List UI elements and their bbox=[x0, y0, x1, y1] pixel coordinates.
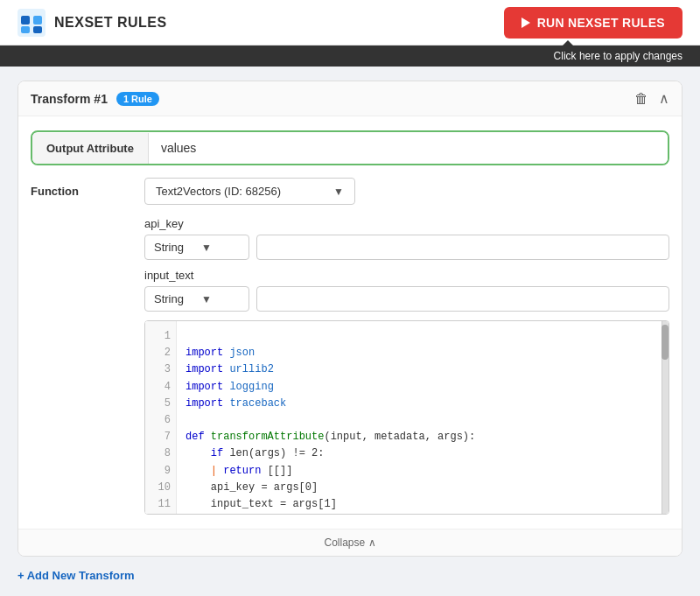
add-new-transform-button[interactable]: + Add New Transform bbox=[18, 569, 682, 582]
svg-rect-1 bbox=[21, 16, 30, 25]
param-input-text-section: input_text String ▼ bbox=[144, 269, 669, 312]
param-api-key-name: api_key bbox=[144, 217, 669, 230]
code-lines: import json import urllib2 import loggin… bbox=[177, 321, 668, 514]
code-scrollbar-thumb[interactable] bbox=[662, 325, 668, 360]
input-text-type-arrow: ▼ bbox=[201, 293, 212, 305]
app-header: NEXSET RULES RUN NEXSET RULES bbox=[0, 0, 700, 46]
line-numbers: 1 2 3 4 5 6 7 8 9 10 11 12 13 14 bbox=[145, 321, 177, 514]
param-input-text-row: String ▼ bbox=[144, 286, 669, 312]
function-dropdown[interactable]: Text2Vectors (ID: 68256) ▼ bbox=[144, 178, 355, 205]
function-label: Function bbox=[31, 185, 134, 198]
code-content: 1 2 3 4 5 6 7 8 9 10 11 12 13 14 bbox=[145, 321, 668, 514]
app-title: NEXSET RULES bbox=[54, 15, 167, 31]
code-line-8: if len(args) != 2: bbox=[186, 445, 660, 462]
code-line-12: input_text = input_text.strip() bbox=[186, 513, 660, 514]
input-text-type-dropdown[interactable]: String ▼ bbox=[144, 286, 249, 312]
svg-rect-2 bbox=[33, 16, 42, 25]
input-text-type-text: String bbox=[154, 292, 184, 305]
collapse-bar[interactable]: Collapse ∧ bbox=[18, 529, 682, 556]
rule-badge: 1 Rule bbox=[116, 92, 159, 106]
transform-body: Output Attribute Function Text2Vectors (… bbox=[18, 116, 682, 529]
input-text-input[interactable] bbox=[256, 286, 669, 312]
add-transform-label: + Add New Transform bbox=[18, 569, 135, 582]
header-left: NEXSET RULES bbox=[18, 9, 167, 37]
function-row: Function Text2Vectors (ID: 68256) ▼ bbox=[31, 178, 669, 205]
param-api-key-row: String ▼ bbox=[144, 235, 669, 260]
code-line-5: import traceback bbox=[186, 396, 660, 412]
transform-header: Transform #1 1 Rule 🗑 ∧ bbox=[18, 81, 682, 116]
output-attribute-label: Output Attribute bbox=[32, 133, 149, 164]
api-key-type-dropdown[interactable]: String ▼ bbox=[144, 235, 249, 260]
transform-card: Transform #1 1 Rule 🗑 ∧ Output Attribute… bbox=[18, 81, 682, 557]
main-content: Transform #1 1 Rule 🗑 ∧ Output Attribute… bbox=[0, 67, 700, 596]
svg-rect-4 bbox=[33, 26, 42, 33]
code-line-2: import json bbox=[186, 345, 660, 361]
tooltip-text: Click here to apply changes bbox=[554, 50, 682, 62]
collapse-label: Collapse ∧ bbox=[324, 536, 375, 549]
collapse-transform-icon[interactable]: ∧ bbox=[659, 90, 669, 107]
code-editor: 1 2 3 4 5 6 7 8 9 10 11 12 13 14 bbox=[144, 320, 669, 515]
code-scrollbar[interactable] bbox=[662, 321, 668, 514]
tooltip-bar: Click here to apply changes bbox=[0, 46, 700, 67]
svg-rect-3 bbox=[21, 26, 30, 33]
param-api-key-section: api_key String ▼ bbox=[144, 217, 669, 260]
run-button-label: RUN NEXSET RULES bbox=[537, 16, 665, 30]
code-line-6 bbox=[186, 412, 660, 429]
transform-header-left: Transform #1 1 Rule bbox=[31, 92, 159, 106]
transform-header-right: 🗑 ∧ bbox=[634, 90, 669, 107]
code-line-3: import urllib2 bbox=[186, 361, 660, 378]
output-attribute-input[interactable] bbox=[149, 132, 668, 164]
play-icon bbox=[522, 18, 530, 28]
code-line-9: | return [[]] bbox=[186, 463, 660, 480]
delete-transform-icon[interactable]: 🗑 bbox=[634, 91, 648, 107]
output-attribute-row: Output Attribute bbox=[31, 130, 669, 165]
transform-title: Transform #1 bbox=[31, 92, 108, 106]
api-key-type-arrow: ▼ bbox=[201, 242, 212, 254]
api-key-type-text: String bbox=[154, 241, 184, 254]
param-input-text-name: input_text bbox=[144, 269, 669, 282]
code-line-10: api_key = args[0] bbox=[186, 480, 660, 496]
app-logo bbox=[18, 9, 46, 37]
code-line-7: def transformAttribute(input, metadata, … bbox=[186, 429, 660, 445]
function-select-text: Text2Vectors (ID: 68256) bbox=[156, 185, 281, 198]
function-dropdown-arrow: ▼ bbox=[333, 186, 344, 198]
code-line-4: import logging bbox=[186, 379, 660, 396]
api-key-input[interactable] bbox=[256, 235, 669, 260]
run-nexset-rules-button[interactable]: RUN NEXSET RULES bbox=[504, 7, 682, 39]
code-line-11: input_text = args[1] bbox=[186, 496, 660, 513]
code-line-1 bbox=[186, 328, 660, 345]
